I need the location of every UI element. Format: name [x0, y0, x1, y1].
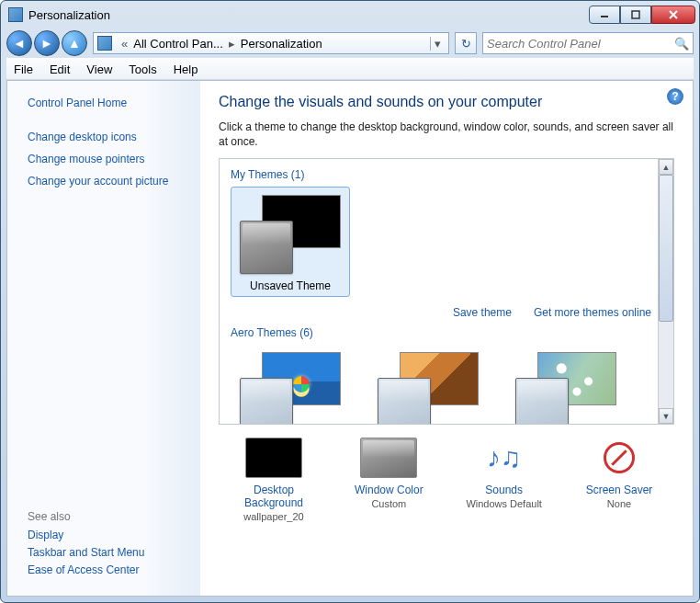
aero-theme-3[interactable]	[506, 345, 626, 425]
screen-saver-item[interactable]: Screen Saver None	[570, 438, 669, 522]
chevron-right-icon[interactable]: ▸	[223, 37, 241, 51]
aero-theme-2[interactable]	[368, 345, 488, 425]
my-themes-header: My Themes (1)	[231, 168, 655, 181]
theme-label: Unsaved Theme	[235, 279, 345, 292]
window-color-label: Window Color	[339, 484, 438, 496]
menu-file[interactable]: File	[14, 63, 33, 76]
save-theme-link[interactable]: Save theme	[453, 306, 512, 319]
desktop-background-item[interactable]: Desktop Background wallpaper_20	[224, 438, 323, 522]
sidebar-link-mouse-pointers[interactable]: Change mouse pointers	[28, 153, 200, 165]
scroll-down-button[interactable]: ▼	[659, 408, 673, 424]
sidebar: Control Panel Home Change desktop icons …	[7, 81, 200, 596]
see-also-ease-of-access[interactable]: Ease of Access Center	[28, 563, 200, 576]
help-icon[interactable]: ?	[667, 88, 683, 105]
search-icon[interactable]: 🔍	[674, 37, 689, 51]
theme-links: Save theme Get more themes online	[231, 306, 651, 319]
main-panel: ? Change the visuals and sounds on your …	[200, 81, 693, 596]
menu-tools[interactable]: Tools	[129, 63, 156, 76]
aero-themes-row	[231, 345, 655, 425]
location-icon	[97, 36, 112, 51]
breadcrumb-parent[interactable]: All Control Pan...	[133, 37, 223, 51]
sounds-item[interactable]: ♪♫ Sounds Windows Default	[455, 438, 554, 522]
theme-unsaved[interactable]: Unsaved Theme	[231, 187, 350, 297]
window-color-value: Custom	[339, 498, 438, 509]
window-title: Personalization	[28, 8, 589, 22]
screen-saver-icon	[591, 438, 648, 478]
window-color-thumb	[240, 221, 293, 274]
titlebar[interactable]: Personalization	[1, 1, 699, 28]
sounds-value: Windows Default	[455, 498, 554, 509]
svg-rect-1	[632, 11, 639, 18]
menu-bar: File Edit View Tools Help	[6, 58, 694, 80]
chevron-left-icon[interactable]: «	[116, 37, 133, 51]
window-frame: Personalization ◄ ► ▲ « All Control Pan.…	[0, 0, 700, 603]
forward-button[interactable]: ►	[34, 30, 60, 56]
breadcrumb-current[interactable]: Personalization	[241, 37, 322, 51]
themes-pane: My Themes (1) Unsaved Theme Save theme G…	[219, 158, 674, 425]
desktop-background-label: Desktop Background	[224, 484, 323, 509]
control-panel-home-link[interactable]: Control Panel Home	[28, 97, 200, 109]
back-button[interactable]: ◄	[6, 30, 32, 56]
up-button[interactable]: ▲	[62, 30, 87, 56]
desktop-background-icon	[245, 438, 302, 478]
sounds-label: Sounds	[455, 484, 554, 496]
search-box[interactable]: 🔍	[482, 32, 694, 54]
sounds-icon: ♪♫	[476, 438, 533, 478]
breadcrumb-bar[interactable]: « All Control Pan... ▸ Personalization ▾	[93, 32, 449, 54]
window-color-icon	[360, 438, 417, 478]
menu-view[interactable]: View	[86, 63, 112, 76]
my-themes-row: Unsaved Theme	[231, 187, 655, 297]
scrollbar[interactable]: ▲ ▼	[658, 159, 673, 424]
scroll-up-button[interactable]: ▲	[659, 159, 673, 175]
see-also-display[interactable]: Display	[28, 529, 200, 541]
bottom-row: Desktop Background wallpaper_20 Window C…	[219, 438, 674, 522]
window-buttons	[589, 6, 695, 24]
page-description: Click a theme to change the desktop back…	[219, 119, 674, 149]
search-input[interactable]	[487, 37, 674, 51]
content-area: Control Panel Home Change desktop icons …	[6, 80, 694, 597]
see-also-header: See also	[28, 510, 200, 523]
screen-saver-label: Screen Saver	[570, 484, 669, 496]
screen-saver-value: None	[570, 498, 669, 509]
menu-help[interactable]: Help	[174, 63, 198, 76]
refresh-button[interactable]: ↻	[455, 32, 477, 54]
maximize-button[interactable]	[620, 6, 651, 24]
minimize-button[interactable]	[589, 6, 620, 24]
sidebar-link-account-picture[interactable]: Change your account picture	[28, 175, 200, 188]
see-also-section: See also Display Taskbar and Start Menu …	[28, 510, 200, 581]
app-icon	[8, 7, 23, 22]
nav-toolbar: ◄ ► ▲ « All Control Pan... ▸ Personaliza…	[1, 28, 699, 58]
get-more-themes-link[interactable]: Get more themes online	[534, 306, 651, 319]
scroll-track[interactable]	[659, 175, 673, 408]
see-also-taskbar[interactable]: Taskbar and Start Menu	[28, 546, 200, 559]
theme-thumbnail	[240, 195, 341, 274]
close-button[interactable]	[651, 6, 695, 24]
sidebar-link-desktop-icons[interactable]: Change desktop icons	[28, 131, 200, 143]
aero-themes-header: Aero Themes (6)	[231, 326, 655, 339]
desktop-background-value: wallpaper_20	[224, 511, 323, 522]
page-title: Change the visuals and sounds on your co…	[219, 94, 674, 110]
aero-theme-1[interactable]	[231, 345, 350, 425]
breadcrumb-dropdown[interactable]: ▾	[430, 37, 445, 51]
menu-edit[interactable]: Edit	[50, 63, 70, 76]
window-color-item[interactable]: Window Color Custom	[339, 438, 438, 522]
scroll-thumb[interactable]	[659, 175, 673, 322]
